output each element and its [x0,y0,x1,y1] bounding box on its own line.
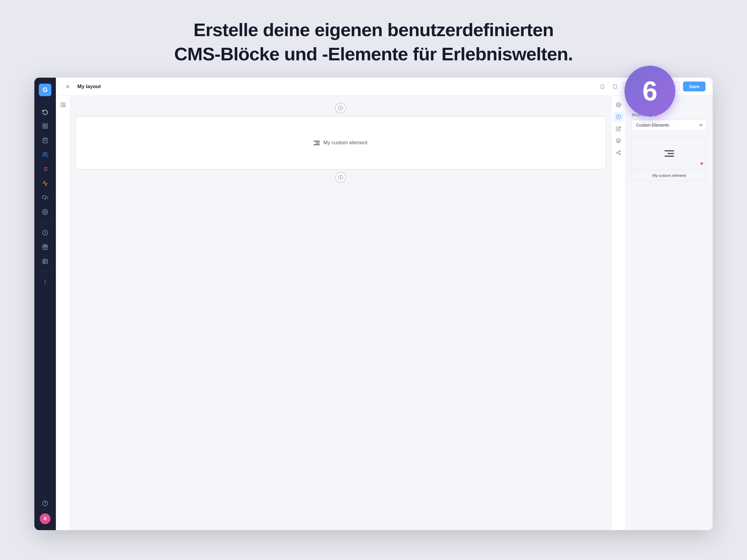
sidebar-item-refresh[interactable] [39,106,51,118]
svg-point-23 [45,284,45,284]
canvas-block-inner: My custom element [314,140,367,146]
sidebar-logo: G [39,84,51,96]
hero-line2: CMS-Blöcke und -Elemente für Erlebniswel… [60,42,687,66]
svg-rect-0 [43,124,45,126]
block-preview-icon [665,150,674,157]
badge-number: 6 [624,66,675,116]
sidebar-item-more[interactable] [39,276,51,288]
sidebar-item-users[interactable] [39,149,51,161]
sidebar-item-history[interactable] [39,227,51,239]
rpanel-tab-add[interactable] [613,112,624,122]
canvas-block: My custom element [75,116,606,170]
main-content: My layout English Save [56,78,713,530]
add-block-bottom-button[interactable] [335,172,346,183]
svg-marker-54 [616,139,621,141]
svg-point-57 [619,154,621,155]
sidebar-item-cloud[interactable] [39,192,51,204]
sidebar-divider-2 [39,271,51,272]
structure-panel [56,96,70,530]
sidebar-avatar[interactable]: A [40,513,51,524]
topbar: My layout English Save [56,78,713,96]
block-card-preview: ♥ [632,137,706,170]
right-panel-tabs [611,96,626,530]
sidebar-item-help[interactable] [39,497,51,509]
blocks-panel-content: Blocks Block category Custom Elements ♥ [626,96,713,530]
svg-rect-43 [63,106,65,107]
svg-rect-41 [61,103,62,107]
svg-rect-3 [43,127,45,128]
sidebar-item-shop[interactable] [39,134,51,146]
hero-line1: Erstelle deine eigenen benutzerdefiniert… [60,18,687,42]
sidebar-item-content[interactable] [39,163,51,175]
svg-line-58 [618,153,619,154]
hero-heading: Erstelle deine eigenen benutzerdefiniert… [0,0,747,78]
sidebar-item-settings[interactable] [39,206,51,218]
layout-title: My layout [77,84,598,89]
rpanel-tab-layers[interactable] [613,136,624,146]
editor-area: My custom element [56,96,713,530]
canvas-block-label: My custom element [323,140,367,146]
app-container: G [34,78,713,530]
sidebar-item-table[interactable] [39,256,51,267]
add-block-top-button[interactable] [335,103,346,113]
block-card-label: My custom element [632,170,706,181]
svg-rect-17 [43,259,48,264]
svg-point-50 [618,104,619,106]
right-panel-wrapper: Blocks Block category Custom Elements ♥ [611,96,713,530]
svg-point-5 [43,153,45,155]
sidebar-item-gift[interactable] [39,241,51,253]
canvas: My custom element [70,96,611,530]
viewport-tablet[interactable] [611,82,619,91]
svg-point-55 [619,151,621,152]
sliders-icon [314,141,320,145]
svg-point-56 [616,152,618,154]
sidebar-item-pages[interactable] [39,120,51,132]
rpanel-tab-share[interactable] [613,148,624,158]
sidebar-divider-1 [39,222,51,222]
save-button[interactable]: Save [683,82,705,91]
sidebar: G [34,78,56,530]
close-button[interactable] [63,82,73,91]
svg-point-21 [45,280,45,281]
block-card[interactable]: ♥ My custom element [632,137,707,181]
svg-line-59 [618,152,619,152]
viewport-phone[interactable] [598,82,607,91]
svg-rect-42 [63,103,65,105]
svg-point-13 [45,211,46,213]
svg-point-22 [45,282,45,282]
sidebar-item-marketing[interactable] [39,178,51,189]
block-category-select[interactable]: Custom Elements [632,119,707,131]
rpanel-tab-edit[interactable] [613,124,624,134]
svg-rect-1 [46,124,48,126]
svg-rect-2 [46,127,48,128]
block-card-heart-icon[interactable]: ♥ [700,161,703,167]
rpanel-tab-settings[interactable] [613,100,624,110]
structure-layout-icon[interactable] [58,100,68,110]
